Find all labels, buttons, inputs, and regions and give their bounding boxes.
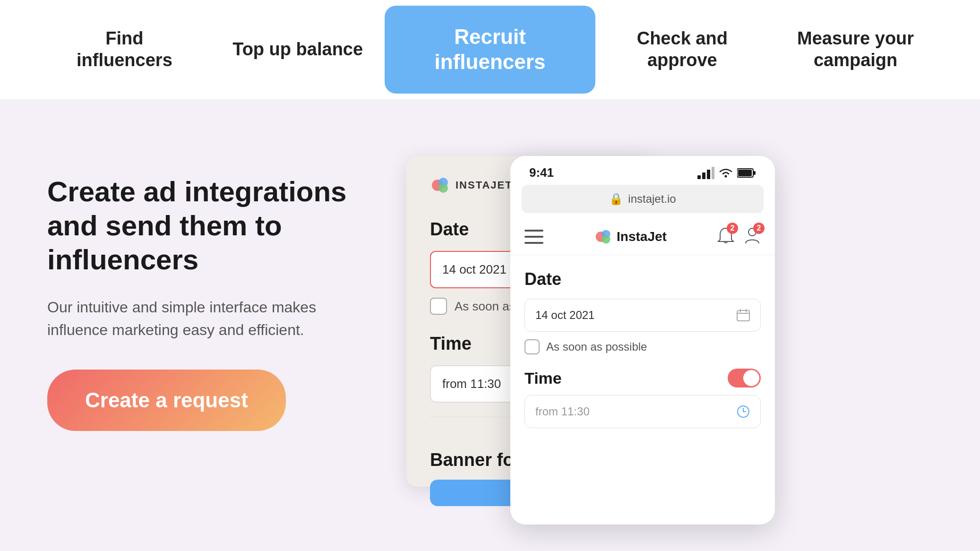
calendar-icon — [737, 309, 750, 322]
bell-badge: 2 — [727, 223, 738, 234]
desktop-as-soon-checkbox[interactable] — [430, 298, 447, 315]
lock-icon: 🔒 — [609, 192, 623, 206]
nav-find-influencers[interactable]: Find influencers — [38, 18, 211, 80]
svg-rect-4 — [702, 172, 705, 179]
svg-rect-6 — [712, 167, 714, 179]
mobile-date-label: Date — [524, 269, 761, 289]
nav-topup-balance[interactable]: Top up balance — [211, 29, 385, 70]
mobile-time-input[interactable]: from 11:30 — [524, 395, 761, 428]
mobile-date-input[interactable]: 14 oct 2021 — [524, 299, 761, 332]
nav-measure-label: Measure your campaign — [797, 28, 914, 71]
mobile-status-icons — [697, 167, 756, 179]
notification-bell[interactable]: 2 — [717, 226, 734, 247]
svg-rect-12 — [524, 236, 543, 238]
desktop-logo-icon — [430, 175, 451, 196]
mobile-url-text: instajet.io — [628, 192, 676, 206]
mobile-time-toggle[interactable] — [728, 369, 761, 387]
mobile-main-content: Date 14 oct 2021 As soon as possible T — [510, 255, 775, 442]
svg-rect-13 — [524, 242, 543, 244]
svg-point-2 — [438, 183, 448, 193]
svg-rect-10 — [738, 170, 752, 176]
mobile-date-value: 14 oct 2021 — [535, 309, 594, 322]
mobile-time: 9:41 — [529, 165, 554, 180]
mobile-card: 9:41 — [510, 156, 775, 525]
toggle-knob — [743, 370, 759, 386]
nav-check-approve[interactable]: Check and approve — [595, 18, 769, 80]
battery-icon — [737, 168, 756, 178]
svg-point-7 — [725, 175, 727, 177]
desktop-logo-text: INSTAJET — [456, 179, 513, 191]
mobile-url-bar[interactable]: 🔒 instajet.io — [522, 185, 764, 213]
mobile-time-value: from 11:30 — [535, 405, 590, 418]
nav-topup-label: Top up balance — [232, 39, 363, 60]
svg-rect-11 — [524, 230, 543, 232]
mobile-header: InstaJet 2 2 — [510, 219, 775, 255]
svg-rect-18 — [737, 310, 749, 321]
right-content: INSTAJET Date 14 oct 2021 As soon as pos… — [378, 156, 933, 551]
wifi-icon — [718, 167, 733, 179]
left-content: Create ad integrations and send them to … — [47, 156, 378, 431]
mobile-as-soon-row: As soon as possible — [524, 339, 761, 354]
svg-rect-5 — [707, 170, 710, 179]
top-nav: Find influencers Top up balance Recruit … — [0, 0, 980, 99]
nav-recruit-label: Recruit influencers — [413, 25, 567, 75]
hamburger-icon[interactable] — [524, 230, 543, 244]
nav-check-label: Check and approve — [637, 28, 728, 71]
mobile-as-soon-checkbox[interactable] — [524, 339, 540, 354]
svg-point-16 — [602, 235, 610, 243]
mobile-logo-area: InstaJet — [594, 227, 667, 246]
mobile-as-soon-label: As soon as possible — [546, 340, 647, 353]
main-content: Create ad integrations and send them to … — [0, 99, 980, 551]
user-badge: 2 — [753, 223, 765, 234]
nav-find-label: Find influencers — [77, 28, 172, 71]
mobile-status-bar: 9:41 — [510, 156, 775, 185]
svg-rect-9 — [753, 171, 756, 175]
create-request-button[interactable]: Create a request — [47, 370, 286, 431]
nav-recruit-influencers[interactable]: Recruit influencers — [385, 6, 596, 94]
desktop-time-value: from 11:30 — [442, 377, 501, 391]
hero-headline: Create ad integrations and send them to … — [47, 175, 378, 277]
desktop-date-value: 14 oct 2021 — [442, 262, 507, 276]
mobile-header-icons: 2 2 — [717, 226, 761, 247]
hero-subtext: Our intuitive and simple interface makes… — [47, 296, 378, 341]
clock-icon — [737, 405, 750, 418]
signal-icon — [697, 167, 714, 179]
mobile-time-row: Time — [524, 369, 761, 387]
nav-measure-campaign[interactable]: Measure your campaign — [769, 18, 942, 80]
svg-rect-3 — [697, 175, 701, 179]
mobile-logo-icon — [594, 227, 613, 246]
user-profile[interactable]: 2 — [744, 226, 761, 247]
mobile-time-label: Time — [524, 369, 562, 387]
mobile-logo-text: InstaJet — [617, 229, 667, 244]
